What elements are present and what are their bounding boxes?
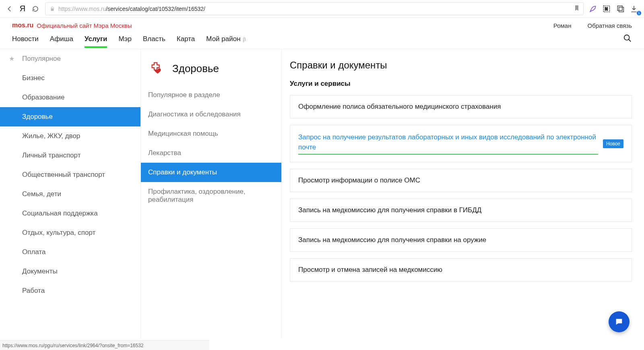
category-item[interactable]: Общественный транспорт xyxy=(0,165,140,184)
service-card[interactable]: Просмотр и отмена записей на медкомиссию xyxy=(290,258,632,282)
body: ПопулярноеБизнесОбразованиеЗдоровьеЖилье… xyxy=(0,49,644,339)
download-badge: 1 xyxy=(637,11,641,15)
site-logo[interactable]: mos.ru xyxy=(12,22,33,29)
service-card[interactable]: Запрос на получение результатов лаборато… xyxy=(290,125,632,162)
subcategory-header: Здоровье xyxy=(141,49,281,85)
url-text: https://www.mos.ru/services/catalog/cat/… xyxy=(58,6,205,12)
content-column: Справки и документы Услуги и сервисы Офо… xyxy=(282,49,644,339)
service-title: Запрос на получение результатов лаборато… xyxy=(298,133,598,155)
user-name[interactable]: Роман xyxy=(553,22,572,29)
service-title: Запись на медкомиссию для получения спра… xyxy=(298,206,481,214)
bookmark-icon[interactable] xyxy=(574,5,580,12)
new-badge: Новое xyxy=(603,139,623,148)
subcategory-item[interactable]: Справки и документы xyxy=(141,163,281,182)
nav-item-4[interactable]: Власть xyxy=(143,35,165,44)
feather-icon[interactable] xyxy=(586,3,600,15)
reload-button[interactable] xyxy=(29,2,42,15)
service-title: Оформление полиса обязательного медицинс… xyxy=(298,103,501,111)
svg-rect-3 xyxy=(619,7,624,12)
service-card[interactable]: Оформление полиса обязательного медицинс… xyxy=(290,95,632,118)
category-item[interactable]: Жилье, ЖКУ, двор xyxy=(0,126,140,146)
address-bar[interactable]: https://www.mos.ru/services/catalog/cat/… xyxy=(45,2,584,15)
service-card[interactable]: Просмотр информации о полисе ОМС xyxy=(290,169,632,192)
health-icon xyxy=(151,61,165,76)
category-item[interactable]: Бизнес xyxy=(0,68,140,88)
subcategory-item[interactable]: Профилактика, оздоровление, реабилитация xyxy=(141,182,281,209)
site-tagline: Официальный сайт Мэра Москвы xyxy=(37,22,132,29)
feedback-link[interactable]: Обратная связь xyxy=(587,22,632,29)
svg-text:N: N xyxy=(605,7,608,11)
category-item[interactable]: Здоровье xyxy=(0,107,140,126)
category-item[interactable]: Популярное xyxy=(0,49,140,68)
subcategory-item[interactable]: Лекарства xyxy=(141,143,281,163)
yandex-home-button[interactable]: Я xyxy=(16,2,29,15)
service-title: Запись на медкомиссию для получения спра… xyxy=(298,236,486,244)
category-item[interactable]: Социальная поддержка xyxy=(0,204,140,223)
category-item[interactable]: Оплата xyxy=(0,242,140,262)
nav-item-3[interactable]: Мэр xyxy=(118,35,131,44)
subcategory-item[interactable]: Диагностика и обследования xyxy=(141,105,281,124)
subcategory-item[interactable]: Медицинская помощь xyxy=(141,124,281,143)
nav-item-6[interactable]: Мой район β xyxy=(206,35,246,44)
category-item[interactable]: Документы xyxy=(0,262,140,281)
service-title: Просмотр информации о полисе ОМС xyxy=(298,176,420,184)
svg-point-4 xyxy=(624,35,630,40)
nav-item-5[interactable]: Карта xyxy=(177,35,195,44)
category-item[interactable]: Семья, дети xyxy=(0,184,140,204)
downloads-icon[interactable]: 1 xyxy=(627,3,641,15)
lock-icon xyxy=(49,6,56,12)
content-subtitle: Услуги и сервисы xyxy=(290,80,632,88)
subcategory-column: Здоровье Популярное в разделеДиагностика… xyxy=(141,49,282,339)
nav-item-0[interactable]: Новости xyxy=(12,35,39,44)
main-nav: НовостиАфишаУслугиМэрВластьКартаМой райо… xyxy=(0,30,644,49)
search-button[interactable] xyxy=(623,34,632,45)
back-button[interactable] xyxy=(3,2,16,15)
browser-toolbar: Я https://www.mos.ru/services/catalog/ca… xyxy=(0,0,644,18)
site-header: mos.ru Официальный сайт Мэра Москвы Рома… xyxy=(0,18,644,30)
service-card[interactable]: Запись на медкомиссию для получения спра… xyxy=(290,199,632,222)
extensions-icon[interactable] xyxy=(613,3,627,15)
chat-fab[interactable] xyxy=(609,311,630,332)
status-bar: https://www.mos.ru/pgu/ru/services/link/… xyxy=(0,340,209,350)
extension-n-icon[interactable]: N xyxy=(600,3,613,15)
category-sidebar: ПопулярноеБизнесОбразованиеЗдоровьеЖилье… xyxy=(0,49,141,339)
nav-item-2[interactable]: Услуги xyxy=(85,35,107,44)
category-item[interactable]: Отдых, культура, спорт xyxy=(0,223,140,242)
subcategory-item[interactable]: Популярное в разделе xyxy=(141,85,281,105)
subcategory-title: Здоровье xyxy=(172,62,219,75)
service-title: Просмотр и отмена записей на медкомиссию xyxy=(298,266,442,274)
beta-badge: β xyxy=(242,36,246,42)
nav-item-1[interactable]: Афиша xyxy=(50,35,73,44)
svg-rect-2 xyxy=(617,6,622,10)
service-card[interactable]: Запись на медкомиссию для получения спра… xyxy=(290,228,632,252)
category-item[interactable]: Образование xyxy=(0,88,140,107)
category-item[interactable]: Личный транспорт xyxy=(0,146,140,165)
content-heading: Справки и документы xyxy=(290,60,632,71)
category-item[interactable]: Работа xyxy=(0,281,140,300)
chrome-actions: N 1 xyxy=(586,3,641,15)
